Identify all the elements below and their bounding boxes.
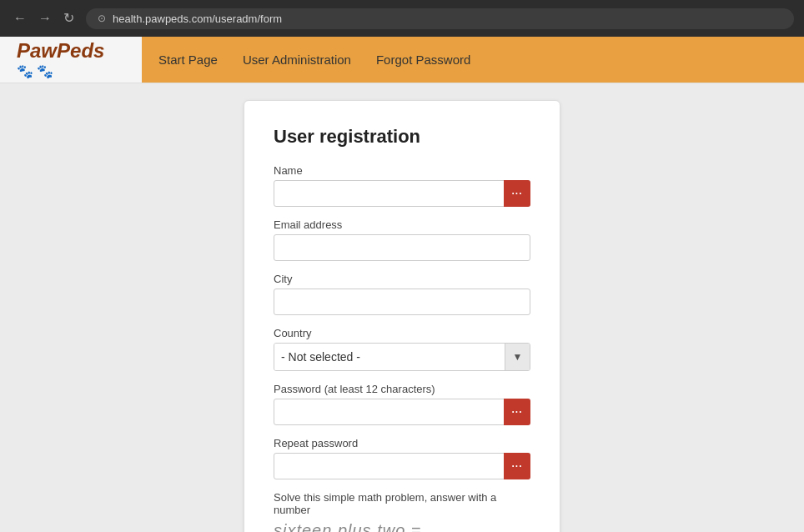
back-button[interactable]: ← — [10, 8, 30, 28]
password-eye-icon[interactable]: ··· — [504, 399, 530, 425]
nav-bar: Start Page User Administration Forgot Pa… — [142, 37, 804, 83]
city-label: City — [274, 273, 530, 285]
repeat-password-field-group: Repeat password ··· — [274, 437, 530, 479]
password-field-group: Password (at least 12 characters) ··· — [274, 383, 530, 425]
main-content: User registration Name ··· Email address… — [0, 83, 804, 532]
password-input-wrapper: ··· — [274, 399, 530, 425]
registration-form-card: User registration Name ··· Email address… — [244, 100, 560, 532]
repeat-password-eye-icon[interactable]: ··· — [504, 453, 530, 479]
password-input[interactable] — [274, 399, 530, 425]
nav-forgot-password[interactable]: Forgot Password — [376, 53, 470, 67]
email-field-group: Email address — [274, 218, 530, 261]
captcha-text: sixteen plus two = — [274, 521, 530, 532]
address-bar[interactable]: ⊙ health.pawpeds.com/useradm/form — [86, 8, 794, 29]
paw-icon-2: 🐾 — [37, 63, 53, 79]
browser-nav-buttons: ← → ↻ — [10, 8, 78, 28]
forward-button[interactable]: → — [35, 8, 55, 28]
name-field-group: Name ··· — [274, 164, 530, 207]
email-input[interactable] — [274, 234, 530, 261]
logo-text: PawPeds — [17, 40, 104, 62]
name-input-wrapper: ··· — [274, 180, 530, 207]
country-select[interactable]: - Not selected - — [274, 344, 505, 370]
email-label: Email address — [274, 218, 530, 231]
lock-icon: ⊙ — [98, 13, 106, 24]
password-label: Password (at least 12 characters) — [274, 383, 530, 395]
country-label: Country — [274, 327, 530, 339]
refresh-button[interactable]: ↻ — [60, 8, 78, 28]
nav-start-page[interactable]: Start Page — [158, 53, 218, 67]
country-dropdown-button[interactable]: ▼ — [505, 344, 530, 370]
logo-container: PawPeds 🐾 🐾 — [17, 40, 133, 79]
city-input[interactable] — [274, 289, 530, 315]
paw-icons: 🐾 🐾 — [17, 63, 53, 79]
repeat-password-label: Repeat password — [274, 437, 530, 449]
repeat-password-input[interactable] — [274, 453, 530, 479]
paw-icon-1: 🐾 — [17, 63, 33, 79]
name-label: Name — [274, 164, 530, 177]
form-title: User registration — [274, 126, 530, 148]
browser-chrome: ← → ↻ ⊙ health.pawpeds.com/useradm/form — [0, 0, 804, 37]
city-field-group: City — [274, 273, 530, 315]
captcha-label: Solve this simple math problem, answer w… — [274, 491, 530, 516]
nav-user-administration[interactable]: User Administration — [243, 53, 351, 67]
captcha-group: Solve this simple math problem, answer w… — [274, 491, 530, 532]
repeat-password-input-wrapper: ··· — [274, 453, 530, 479]
name-eye-icon[interactable]: ··· — [504, 180, 530, 207]
name-input[interactable] — [274, 180, 530, 207]
country-field-group: Country - Not selected - ▼ — [274, 327, 530, 371]
url-text: health.pawpeds.com/useradm/form — [113, 13, 282, 25]
country-select-wrapper: - Not selected - ▼ — [274, 343, 530, 371]
header: PawPeds 🐾 🐾 Start Page User Administrati… — [0, 37, 804, 83]
chevron-down-icon: ▼ — [513, 351, 523, 363]
